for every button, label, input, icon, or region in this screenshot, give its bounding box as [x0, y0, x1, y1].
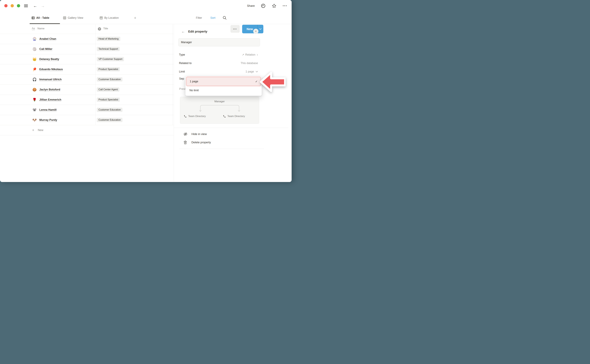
title-tag[interactable]: Customer Education — [97, 118, 123, 122]
tab-by-location[interactable]: By Location — [99, 12, 119, 24]
new-row-button[interactable]: + New — [0, 125, 174, 135]
title-tag[interactable]: Product Specialist — [97, 67, 120, 72]
property-label: Limit — [179, 70, 185, 73]
table-row[interactable]: 🏐 Cali Miller Technical Support — [0, 44, 174, 54]
active-tab-underline — [30, 23, 60, 24]
title-tag[interactable]: Call Center Agent — [97, 87, 119, 92]
table-header: Aa Name Title — [0, 24, 174, 34]
updates-clock-icon[interactable] — [261, 4, 265, 8]
property-value: Relation — [245, 53, 255, 56]
back-icon[interactable]: ← — [33, 3, 38, 8]
property-row-limit[interactable]: Limit 1 page — [179, 69, 258, 74]
property-label: Related to — [179, 62, 192, 65]
text-property-icon: Aa — [32, 27, 35, 30]
zoom-window-button[interactable] — [17, 4, 20, 7]
share-button[interactable]: Share — [247, 4, 255, 7]
row-emoji-icon: 👑 — [33, 57, 37, 61]
dropdown-option-no-limit[interactable]: No limit — [186, 86, 261, 95]
row-name-link[interactable]: Eduardo Nikolaus — [39, 68, 63, 71]
row-name-link[interactable]: Delaney Beatty — [39, 58, 59, 61]
check-icon: ✓ — [255, 80, 258, 83]
hide-in-view-label: Hide in view — [191, 132, 207, 136]
favorite-star-icon[interactable] — [272, 3, 276, 8]
property-row-type[interactable]: Type ↗ Relation › — [179, 52, 258, 58]
limit-dropdown-menu: 1 page ✓ No limit — [185, 76, 262, 96]
gallery-view-icon — [63, 16, 66, 20]
option-label: 1 page — [190, 80, 198, 83]
panel-back-icon[interactable]: ← — [181, 29, 185, 34]
column-header-title[interactable]: Title — [103, 27, 108, 30]
table-row[interactable]: 🐨 Lenna Hamill Customer Education — [0, 105, 174, 115]
preview-target: Team Directory — [223, 115, 245, 118]
titlebar: ← → Share ••• — [0, 0, 292, 12]
property-value: This database — [241, 62, 258, 65]
column-header-name[interactable]: Name — [38, 27, 44, 30]
relation-preview-box: Manager Team Directory Team Directory — [180, 97, 259, 124]
property-name-value: Manager — [181, 41, 192, 44]
title-tag[interactable]: VP Customer Support — [97, 57, 124, 61]
table-view-icon — [32, 16, 35, 20]
property-value: 1 page — [246, 70, 254, 73]
row-name-link[interactable]: Jillian Emmerich — [39, 98, 61, 101]
preview-target: Team Directory — [184, 115, 206, 118]
phone-icon — [223, 115, 226, 118]
table-row[interactable]: 🏓 Eduardo Nikolaus Product Specialist — [0, 64, 174, 74]
tab-gallery-view[interactable]: Gallery View — [63, 12, 83, 24]
tab-all-table[interactable]: All - Table — [32, 12, 49, 24]
title-tag[interactable]: Customer Education — [97, 77, 123, 82]
panel-close-icon[interactable]: ✕ — [253, 29, 258, 34]
board-view-icon — [99, 16, 103, 20]
chevron-right-icon: › — [257, 53, 258, 57]
dropdown-option-1-page[interactable]: 1 page ✓ — [186, 77, 261, 86]
filter-button[interactable]: Filter — [196, 12, 202, 24]
title-tag[interactable]: Technical Support — [97, 47, 120, 51]
more-options-icon[interactable]: ••• — [283, 4, 287, 7]
title-tag[interactable]: Head of Marketing — [97, 37, 120, 41]
forward-icon[interactable]: → — [40, 3, 46, 8]
view-toolbar: All - Table Gallery View By Location + F… — [0, 12, 292, 24]
sort-button[interactable]: Sort — [210, 12, 216, 24]
relation-arrow-icon: ↗ — [242, 53, 244, 56]
table-row[interactable]: 🌹 Jillian Emmerich Product Specialist — [0, 95, 174, 105]
property-row-related-to[interactable]: Related to This database — [179, 60, 258, 66]
relation-bracket-lines — [199, 104, 241, 112]
hide-in-view-button[interactable]: Hide in view — [174, 130, 288, 138]
row-emoji-icon: 🐶 — [33, 118, 37, 122]
property-name-input[interactable]: Manager — [178, 38, 260, 46]
row-name-link[interactable]: Cali Miller — [39, 47, 52, 51]
table-row[interactable]: 👑 Delaney Beatty VP Customer Support — [0, 54, 174, 64]
table-row[interactable]: 🐶 Murray Purdy Customer Education — [0, 115, 174, 125]
property-label: Type — [179, 53, 185, 56]
delete-property-button[interactable]: Delete property — [174, 139, 288, 146]
title-tag[interactable]: Customer Education — [97, 108, 123, 112]
clipped-row-label: Sep — [179, 77, 184, 80]
row-name-link[interactable]: Murray Purdy — [39, 118, 57, 122]
row-name-link[interactable]: Immanuel Ullrich — [39, 78, 62, 81]
row-emoji-icon: 🎧 — [33, 78, 37, 81]
sidebar-toggle-icon[interactable] — [23, 3, 29, 8]
annotation-arrow-icon — [259, 72, 286, 92]
phone-icon — [184, 115, 187, 118]
preview-target-label: Team Directory — [227, 115, 245, 118]
table-row[interactable]: 🍪 Jaclyn Botsford Call Center Agent — [0, 84, 174, 95]
add-view-button[interactable]: + — [134, 12, 136, 24]
row-name-link[interactable]: Jaclyn Botsford — [39, 88, 60, 91]
row-emoji-icon: 🍪 — [33, 88, 37, 91]
close-window-button[interactable] — [4, 4, 7, 7]
preview-source-label: Manager — [180, 100, 259, 103]
search-icon[interactable] — [223, 12, 227, 24]
row-emoji-icon: 🏐 — [33, 47, 37, 51]
plus-icon: + — [32, 128, 34, 132]
tab-label: All - Table — [36, 16, 49, 20]
traffic-lights — [4, 4, 20, 7]
table-row[interactable]: 🎡 Anabel Chan Head of Marketing — [0, 34, 174, 44]
table-row[interactable]: 🎧 Immanuel Ullrich Customer Education — [0, 74, 174, 85]
panel-title: Edit property — [188, 30, 207, 33]
row-name-link[interactable]: Lenna Hamill — [39, 108, 57, 111]
tab-label: Gallery View — [68, 16, 83, 20]
minimize-window-button[interactable] — [11, 4, 14, 7]
row-emoji-icon: 🏓 — [33, 67, 37, 71]
title-tag[interactable]: Product Specialist — [97, 98, 120, 102]
row-name-link[interactable]: Anabel Chan — [39, 37, 56, 40]
eye-off-icon — [184, 132, 187, 136]
